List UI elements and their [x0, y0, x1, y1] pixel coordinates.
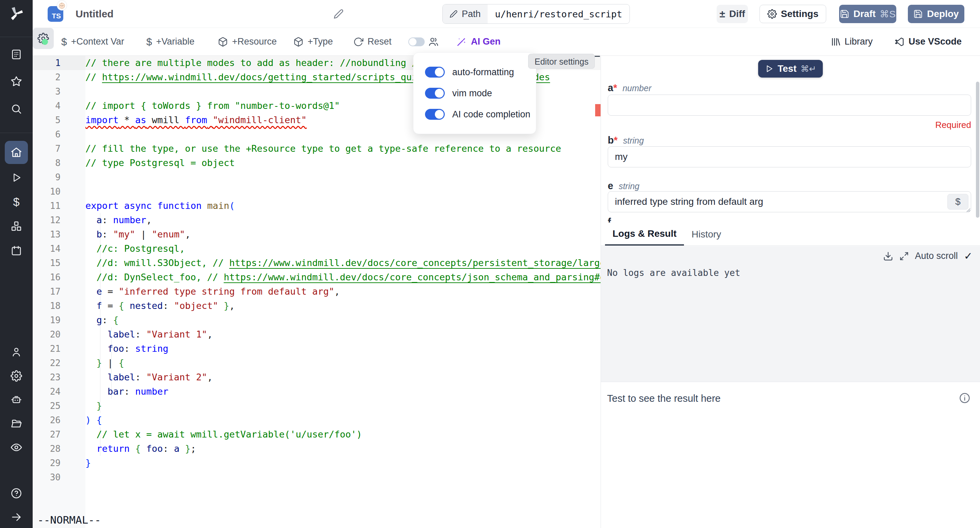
sidebar-item-home-active[interactable] — [5, 141, 28, 164]
toggle-off-pill[interactable] — [408, 37, 425, 46]
code-line[interactable]: 9 — [33, 170, 601, 184]
toggle-switch-on[interactable] — [425, 88, 445, 99]
add-resource-button[interactable]: +Resource — [218, 28, 277, 56]
add-type-button[interactable]: +Type — [293, 28, 333, 56]
tab-logs-result[interactable]: Logs & Result — [605, 223, 684, 246]
sidebar-item-folders[interactable] — [9, 416, 24, 431]
field-name: b — [608, 135, 614, 146]
sidebar-item-audit-logs[interactable] — [9, 440, 24, 455]
code-line[interactable]: 11export async function main( — [33, 199, 601, 213]
code-line[interactable]: 8// type Postgresql = object — [33, 156, 601, 170]
sidebar-item-runs[interactable] — [9, 170, 24, 185]
code-line[interactable]: 14 //c: Postgresql, — [33, 242, 601, 256]
sidebar-item-help[interactable] — [9, 486, 24, 501]
toggle-switch-on[interactable] — [425, 67, 445, 78]
sidebar-item-resources[interactable] — [9, 219, 24, 234]
code-line[interactable]: 22 } | { — [33, 356, 601, 370]
multiplayer-button[interactable] — [428, 28, 439, 56]
code-line[interactable]: 23 label: "Variant 2", — [33, 370, 601, 385]
diff-button[interactable]: ± Diff — [717, 5, 748, 23]
expand-icon[interactable] — [899, 251, 909, 261]
code-line[interactable]: 18 f = { nested: "object" }, — [33, 299, 601, 313]
path-chip[interactable]: Path u/henri/restored_script — [442, 4, 630, 24]
code-line[interactable]: 28 return { foo: a }; — [33, 442, 601, 456]
check-icon[interactable]: ✓ — [964, 250, 972, 262]
toggle-switch-on[interactable] — [425, 109, 445, 120]
code-line[interactable]: 12 a: number, — [33, 213, 601, 227]
code-line[interactable]: 7// fill the type, or use the +Resource … — [33, 142, 601, 156]
info-icon[interactable] — [959, 392, 970, 404]
path-value[interactable]: u/henri/restored_script — [488, 5, 630, 24]
sidebar-item-user[interactable] — [9, 345, 24, 359]
test-button-label: Test — [778, 63, 797, 74]
panel-scrollbar[interactable] — [976, 82, 979, 218]
textarea-resize-handle[interactable] — [965, 207, 970, 212]
windmill-logo[interactable] — [9, 6, 24, 21]
code-line[interactable]: 13 b: "my" | "enum", — [33, 227, 601, 242]
draft-button[interactable]: Draft ⌘S — [839, 5, 896, 23]
path-label: Path — [462, 9, 481, 19]
home-icon — [10, 146, 22, 159]
baby-face-icon — [58, 2, 66, 9]
code-line[interactable]: 27 // let x = await wmill.getVariable('u… — [33, 427, 601, 442]
sidebar-item-search[interactable] — [9, 102, 24, 116]
windmill-logo-icon — [9, 6, 24, 21]
add-context-var-button[interactable]: $+Context Var — [61, 28, 124, 56]
auto-scroll-label[interactable]: Auto scroll — [915, 251, 958, 261]
editor-setting-row[interactable]: AI code completion — [425, 104, 536, 125]
deploy-button[interactable]: Deploy — [908, 5, 964, 23]
code-line[interactable]: 21 foo: string — [33, 342, 601, 356]
path-label-segment[interactable]: Path — [443, 5, 488, 24]
sidebar-item-workspaces[interactable] — [9, 47, 24, 62]
code-line[interactable]: 19 g: { — [33, 313, 601, 327]
sidebar-item-workers[interactable] — [9, 392, 24, 407]
field-a-input[interactable] — [608, 95, 971, 116]
editor-setting-row[interactable]: auto-formatting — [425, 62, 536, 83]
field-a-label: a* number — [608, 82, 651, 94]
users-icon — [428, 37, 439, 47]
field-e-input[interactable] — [608, 191, 971, 212]
gear-icon — [11, 370, 22, 382]
code-line[interactable]: 30 — [33, 470, 601, 485]
code-line[interactable]: 16 //d: DynSelect_foo, // https://www.wi… — [33, 270, 601, 285]
code-line[interactable]: 20 label: "Variant 1", — [33, 327, 601, 342]
reset-button[interactable]: Reset — [353, 28, 392, 56]
settings-button[interactable]: Settings — [759, 5, 826, 23]
refresh-icon — [353, 37, 363, 47]
sidebar-item-collapse[interactable] — [9, 510, 24, 525]
run-panel: Test ⌘↵ a* number Required b* string e s… — [601, 56, 980, 528]
use-vscode-button[interactable]: Use VScode — [894, 28, 962, 56]
line-number: 30 — [33, 470, 71, 485]
code-line[interactable]: 17 e = "inferred type string from defaul… — [33, 285, 601, 299]
ai-gen-button[interactable]: AI Gen — [456, 28, 501, 56]
diff-mode-toggle[interactable] — [408, 28, 425, 56]
editor-setting-row[interactable]: vim mode — [425, 83, 536, 104]
code-line[interactable]: 10 — [33, 184, 601, 199]
code-line[interactable]: 29} — [33, 456, 601, 470]
sidebar-item-schedules[interactable] — [9, 243, 24, 258]
line-number: 2 — [33, 70, 71, 84]
add-variable-button[interactable]: $+Variable — [146, 28, 195, 56]
code-line[interactable]: 24 bar: number — [33, 385, 601, 399]
line-number: 14 — [33, 242, 71, 256]
code-line[interactable]: 25 } — [33, 399, 601, 413]
add-type-label: +Type — [308, 37, 333, 47]
sidebar-item-favorites[interactable] — [9, 74, 24, 89]
download-icon[interactable] — [883, 251, 893, 261]
test-button[interactable]: Test ⌘↵ — [758, 60, 823, 78]
baby-emoji-badge — [57, 1, 67, 10]
star-icon — [11, 76, 22, 87]
editor-settings-button[interactable] — [33, 28, 54, 49]
code-line[interactable]: 26) { — [33, 413, 601, 427]
pencil-icon — [450, 10, 458, 18]
code-line[interactable]: 15 //d: wmill.S3Object, // https://www.w… — [33, 256, 601, 270]
library-button[interactable]: Library — [830, 28, 873, 56]
draft-button-label: Draft — [853, 8, 875, 19]
sidebar-item-settings[interactable] — [9, 369, 24, 383]
edit-title-pencil-icon[interactable] — [334, 9, 344, 19]
field-b-input[interactable] — [608, 146, 971, 167]
tab-history[interactable]: History — [684, 223, 729, 246]
line-number: 17 — [33, 285, 71, 299]
field-e-label: e string — [608, 180, 640, 192]
sidebar-item-variables[interactable]: $ — [9, 194, 24, 209]
